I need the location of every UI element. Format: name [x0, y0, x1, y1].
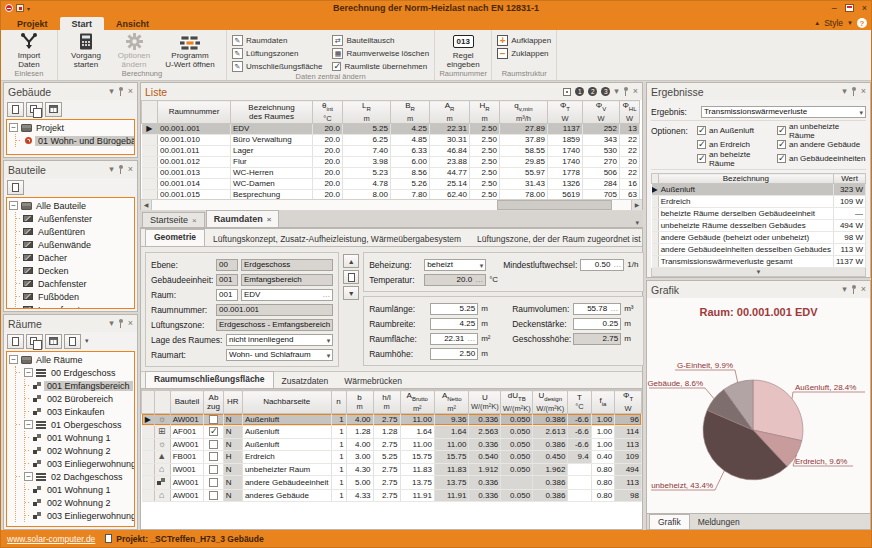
- optionen-aendern-button[interactable]: Optionen ändern: [111, 32, 157, 69]
- cell[interactable]: 20.0: [313, 134, 343, 145]
- lueftungszonen-item[interactable]: ✎ Lüftungszonen: [232, 48, 322, 59]
- nachbarseite-cell[interactable]: andere Gebäudeeinheit: [242, 476, 331, 490]
- cell[interactable]: 20.0: [313, 167, 343, 178]
- cell[interactable]: 5.23: [343, 167, 391, 178]
- expand-icon[interactable]: −: [24, 368, 33, 377]
- option-checkbox[interactable]: [697, 154, 706, 163]
- phi_t-cell[interactable]: 96: [615, 413, 642, 426]
- new-item-button[interactable]: [7, 102, 24, 117]
- tab-raumdaten[interactable]: Raumdaten ×: [206, 210, 280, 227]
- t-cell[interactable]: [568, 476, 591, 490]
- u-cell[interactable]: 2.563: [469, 426, 501, 439]
- row-selector[interactable]: [652, 196, 659, 208]
- hr-cell[interactable]: N: [223, 426, 242, 439]
- raumliste-checkbox[interactable]: [332, 62, 341, 71]
- n-cell[interactable]: 1: [331, 438, 346, 451]
- temperatur-field[interactable]: 20.0…: [424, 274, 486, 286]
- u_design-cell[interactable]: 0.450: [533, 451, 568, 464]
- level-1-icon[interactable]: 1: [575, 87, 584, 96]
- cell[interactable]: 1859: [548, 134, 583, 145]
- cell[interactable]: 22.31: [430, 123, 470, 134]
- cell[interactable]: 00.001.010: [158, 134, 231, 145]
- table-row[interactable]: AW001Nandere Gebäudeeinheit15.002.7513.7…: [142, 476, 642, 490]
- quick-access-caret-icon[interactable]: ▾: [27, 5, 30, 12]
- panel-menu-icon[interactable]: ▾: [109, 165, 114, 174]
- abzug-cell[interactable]: [204, 476, 223, 490]
- prev-record-button[interactable]: ▲: [343, 254, 359, 268]
- lueftungszone-field[interactable]: Erdgeschoss - Emfangsbereich: [216, 319, 333, 331]
- row-selector[interactable]: [142, 438, 155, 451]
- table-row[interactable]: 00.001.010Büro Verwaltung20.06.254.8530.…: [142, 134, 640, 145]
- umschliessungsflaeche-item[interactable]: ✎ Umschließungsfläche: [232, 61, 322, 72]
- row-selector[interactable]: ▶: [142, 123, 158, 134]
- tab-zusatzdaten[interactable]: Zusatzdaten: [274, 374, 337, 388]
- tree-item-label[interactable]: 001 Emfangsbereich: [44, 381, 133, 391]
- row-selector[interactable]: [142, 426, 155, 439]
- cell[interactable]: 00.001.014: [158, 178, 231, 189]
- row-selector[interactable]: ▶: [652, 184, 659, 196]
- cell[interactable]: 25.14: [430, 178, 470, 189]
- hr-cell[interactable]: N: [223, 463, 242, 476]
- row-selector[interactable]: [652, 256, 659, 268]
- tab-list-caret-icon[interactable]: ▾: [631, 219, 643, 227]
- tree-item-label[interactable]: 002 Bürobereich: [44, 394, 116, 404]
- pin-icon[interactable]: [118, 87, 124, 97]
- option-checkbox[interactable]: [777, 126, 786, 135]
- bezeichnung-cell[interactable]: andere Gebäudeeinheiten desselben Gebäud…: [658, 244, 833, 256]
- table-row[interactable]: Transmissionswärmeverluste gesamt1137 W: [652, 256, 866, 268]
- maximize-button[interactable]: [845, 4, 854, 12]
- u-cell[interactable]: 0.336: [469, 476, 501, 490]
- cell[interactable]: 343: [583, 134, 620, 145]
- expand-icon[interactable]: −: [9, 201, 18, 210]
- table-row[interactable]: 00.001.014WC-Damen20.04.785.2625.142.503…: [142, 178, 640, 189]
- u-cell[interactable]: 0.336: [469, 413, 501, 426]
- cell[interactable]: 62.40: [430, 189, 470, 199]
- tree-item-label[interactable]: Projekt: [33, 123, 67, 133]
- new-item-button[interactable]: [7, 180, 24, 195]
- cell[interactable]: 2.50: [470, 156, 500, 167]
- cell[interactable]: 23.88: [430, 156, 470, 167]
- nachbarseite-cell[interactable]: Außenluft: [242, 438, 331, 451]
- cell[interactable]: 30.31: [430, 134, 470, 145]
- wert-cell[interactable]: 98 W: [834, 232, 866, 244]
- wert-cell[interactable]: 323 W: [834, 184, 866, 196]
- tree-item-label[interactable]: Decken: [35, 266, 72, 276]
- row-selector[interactable]: [652, 232, 659, 244]
- close-icon[interactable]: ×: [128, 87, 133, 96]
- a_netto-cell[interactable]: 15.75: [434, 451, 468, 464]
- expand-icon[interactable]: −: [24, 472, 33, 481]
- ellipsis-button[interactable]: …: [472, 275, 483, 284]
- row-selector[interactable]: [142, 463, 155, 476]
- a_brutto-cell[interactable]: 11.91: [400, 489, 434, 502]
- cell[interactable]: 6.25: [343, 134, 391, 145]
- tree-item-label[interactable]: 02 Dachgeschoss: [48, 472, 126, 482]
- b-cell[interactable]: 4.00: [346, 413, 373, 426]
- close-icon[interactable]: ×: [633, 87, 638, 96]
- cell[interactable]: 2.50: [470, 167, 500, 178]
- field-input[interactable]: 55.78…: [573, 303, 621, 315]
- phi_t-cell[interactable]: 113: [615, 476, 642, 490]
- f_ia-cell[interactable]: 1.00: [591, 426, 615, 439]
- tab-lueftungszone[interactable]: Lüftungszone, der der Raum zugeordnet is…: [469, 232, 649, 246]
- u_design-cell[interactable]: 0.386: [533, 476, 568, 490]
- mindestluftwechsel-field[interactable]: 0.50…: [580, 259, 624, 271]
- vorgang-starten-button[interactable]: Vorgang starten: [63, 32, 109, 69]
- nachbarseite-cell[interactable]: Erdreich: [242, 451, 331, 464]
- du_tb-cell[interactable]: [501, 476, 533, 490]
- liste-hscrollbar[interactable]: ◀ ▶: [141, 199, 642, 209]
- hr-cell[interactable]: N: [223, 438, 242, 451]
- cell[interactable]: 37.89: [500, 134, 548, 145]
- option-checkbox[interactable]: [697, 126, 706, 135]
- abzug-cell[interactable]: [204, 426, 223, 439]
- abzug-checkbox[interactable]: [209, 427, 218, 436]
- tab-grafik[interactable]: Grafik: [649, 514, 690, 529]
- copy-item-button[interactable]: [26, 102, 43, 117]
- table-row[interactable]: ⌂AW001Nanderes Gebäude14.332.7511.9111.9…: [142, 489, 642, 502]
- b-cell[interactable]: 4.33: [346, 489, 373, 502]
- table-row[interactable]: ▶Außenluft323 W: [652, 184, 866, 196]
- row-selector[interactable]: [652, 244, 659, 256]
- option-item[interactable]: an Außenluft: [697, 125, 777, 136]
- close-tab-icon[interactable]: ×: [267, 215, 272, 224]
- abzug-checkbox[interactable]: [209, 440, 218, 449]
- tree-item-label[interactable]: Außenwände: [35, 240, 94, 250]
